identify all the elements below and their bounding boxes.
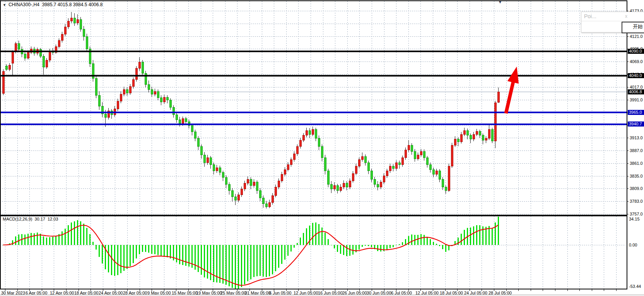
macd-bar bbox=[71, 222, 72, 245]
start-button[interactable]: 开始 bbox=[622, 22, 644, 33]
candle bbox=[432, 169, 434, 175]
macd-bar bbox=[439, 245, 440, 246]
candle-wicks bbox=[3, 12, 499, 209]
candle bbox=[262, 198, 264, 204]
macd-bar bbox=[31, 233, 32, 245]
macd-bar bbox=[479, 225, 480, 245]
macd-bar bbox=[461, 234, 462, 245]
candle bbox=[463, 130, 465, 134]
macd-bar bbox=[269, 245, 270, 276]
candle bbox=[473, 134, 475, 139]
macd-bar bbox=[284, 245, 285, 260]
price-axis-label: 3835.0 bbox=[630, 174, 643, 178]
macd-bar bbox=[244, 245, 245, 284]
macd-bar bbox=[464, 230, 465, 245]
macd-bar bbox=[393, 245, 394, 247]
macd-bar bbox=[371, 245, 372, 247]
candle bbox=[497, 92, 499, 103]
macd-bar bbox=[402, 242, 403, 245]
script-popup-window: Poi... x 开始 bbox=[581, 12, 644, 33]
macd-bar bbox=[213, 245, 214, 282]
macd-bar bbox=[37, 233, 38, 245]
macd-bar bbox=[198, 245, 199, 272]
candle bbox=[231, 190, 233, 197]
close-icon[interactable]: x bbox=[625, 14, 627, 19]
candle bbox=[299, 140, 301, 146]
candle bbox=[414, 151, 416, 159]
macd-bar bbox=[380, 245, 381, 252]
macd-bar bbox=[417, 235, 419, 245]
candle bbox=[423, 151, 425, 157]
price-axis-label: 3991.0 bbox=[630, 98, 643, 102]
candle bbox=[361, 156, 363, 160]
candle bbox=[129, 87, 131, 93]
macd-bar bbox=[229, 245, 230, 286]
chart-title: ▼CHINA300-,H4 3985.7 4015.8 3984.5 4006.… bbox=[3, 2, 102, 7]
macd-bar bbox=[61, 231, 63, 245]
symbol-dropdown-icon[interactable]: ▼ bbox=[3, 3, 6, 7]
candle bbox=[160, 98, 162, 102]
macd-bar bbox=[12, 240, 13, 245]
macd-histogram bbox=[3, 217, 499, 289]
macd-bar bbox=[359, 245, 360, 250]
macd-bar bbox=[77, 220, 78, 245]
candle bbox=[225, 177, 227, 184]
macd-bar bbox=[74, 221, 75, 245]
chart-canvas[interactable] bbox=[0, 0, 644, 296]
candle bbox=[123, 89, 125, 94]
macd-bar bbox=[355, 245, 357, 252]
candle bbox=[157, 91, 159, 98]
candle bbox=[485, 138, 487, 140]
ohlc-values: 3985.7 4015.8 3984.5 4006.8 bbox=[42, 2, 103, 7]
price-axis-label: 4069.0 bbox=[630, 59, 643, 64]
candle bbox=[191, 126, 193, 132]
candle bbox=[420, 151, 422, 155]
candle bbox=[27, 52, 29, 58]
candle bbox=[352, 173, 354, 181]
candle bbox=[43, 56, 44, 67]
price-axis-label: 3809.0 bbox=[630, 186, 643, 191]
candle bbox=[39, 50, 41, 56]
candle bbox=[67, 21, 69, 27]
candle bbox=[203, 155, 205, 163]
candle bbox=[265, 204, 267, 207]
candle bbox=[98, 95, 100, 106]
candle bbox=[272, 195, 273, 203]
macd-bar bbox=[312, 223, 313, 245]
popup-title-bar[interactable]: Poi... x bbox=[581, 12, 644, 21]
candle bbox=[241, 189, 243, 195]
macd-bar bbox=[191, 245, 193, 268]
macd-bar bbox=[46, 238, 47, 245]
macd-bar bbox=[420, 234, 422, 245]
candle bbox=[411, 145, 413, 151]
candle bbox=[281, 175, 283, 181]
symbol-timeframe-label: CHINA300-,H4 bbox=[9, 2, 39, 7]
chart-shift-marker-icon[interactable]: ▼ bbox=[498, 0, 502, 4]
price-badge: 4006.8 bbox=[628, 89, 644, 94]
price-axis-label: 3887.0 bbox=[630, 148, 643, 153]
macd-bar bbox=[492, 228, 493, 245]
macd-bar bbox=[445, 245, 446, 252]
candle bbox=[244, 183, 246, 189]
macd-axis-label: 0.00 bbox=[629, 243, 637, 247]
candle bbox=[383, 176, 385, 182]
candle bbox=[364, 156, 366, 163]
candle bbox=[340, 187, 342, 191]
candle bbox=[120, 94, 122, 101]
candle bbox=[163, 97, 165, 102]
macd-bar bbox=[476, 225, 477, 245]
candle bbox=[213, 165, 215, 171]
macd-bar bbox=[92, 242, 94, 245]
candle bbox=[327, 171, 329, 184]
macd-indicator-label: MACD(12,26,9)30.1712.03 bbox=[3, 217, 60, 221]
candle bbox=[494, 103, 496, 141]
macd-bar bbox=[52, 237, 53, 245]
candle bbox=[442, 179, 444, 187]
candle bbox=[142, 62, 143, 74]
candle bbox=[476, 132, 478, 135]
candle bbox=[426, 158, 428, 165]
macd-bar bbox=[225, 245, 227, 285]
macd-bar bbox=[27, 234, 29, 245]
candle bbox=[408, 145, 410, 150]
price-axis-label: 4017.0 bbox=[630, 85, 643, 89]
